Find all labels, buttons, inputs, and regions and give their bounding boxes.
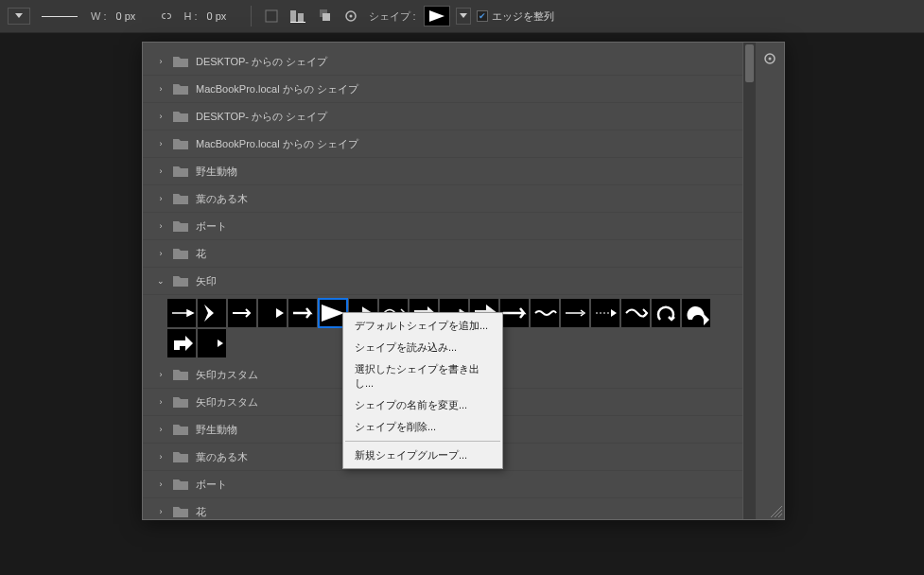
chevron-right-icon[interactable]: › (156, 57, 166, 66)
menu-separator (345, 441, 500, 442)
chevron-right-icon[interactable]: › (156, 84, 166, 94)
stroke-style-dropdown[interactable] (36, 8, 83, 25)
svg-point-7 (349, 15, 352, 18)
shape-thumbnail[interactable] (167, 329, 196, 357)
tree-folder-row[interactable]: ›DESKTOP- からの シェイプ (143, 103, 742, 131)
width-label: W : (91, 10, 107, 22)
menu-item[interactable]: シェイプを読み込み... (343, 337, 502, 358)
folder-label: ボート (196, 219, 227, 234)
arrow-shape-icon (199, 301, 225, 325)
shape-thumbnail[interactable] (198, 299, 226, 327)
height-label: H : (184, 10, 198, 22)
chevron-right-icon[interactable]: › (156, 397, 166, 407)
menu-item-new-group[interactable]: 新規シェイプグループ... (343, 444, 502, 466)
height-input[interactable] (205, 8, 241, 25)
arrow-shape-icon (592, 301, 619, 325)
align-edges-checkbox[interactable]: ✔ エッジを整列 (477, 9, 554, 24)
chevron-down-icon (460, 13, 467, 19)
options-toolbar: W : H : シェイプ : ✔ エッジを整列 (0, 0, 924, 33)
chevron-down-icon[interactable]: ⌄ (156, 276, 166, 286)
shape-thumbnail[interactable] (198, 329, 226, 357)
chevron-right-icon[interactable]: › (156, 370, 166, 379)
folder-label: 花 (196, 505, 206, 519)
shape-context-menu: デフォルトシェイプを追加...シェイプを読み込み...選択したシェイプを書き出し… (342, 312, 503, 469)
gear-icon[interactable] (340, 6, 361, 26)
arrow-shape-icon (168, 331, 195, 356)
scrollbar-thumb[interactable] (745, 44, 754, 82)
folder-label: DESKTOP- からの シェイプ (196, 110, 327, 124)
menu-item[interactable]: 選択したシェイプを書き出し... (343, 358, 502, 394)
arrow-shape-icon (683, 301, 709, 325)
arrow-shape-icon (199, 331, 225, 356)
tool-preset-dropdown[interactable] (8, 8, 30, 25)
shape-thumbnail[interactable] (591, 299, 619, 327)
menu-item[interactable]: シェイプを削除... (343, 416, 502, 438)
chevron-right-icon[interactable]: › (156, 194, 166, 203)
tree-folder-row[interactable]: ›ボート (143, 213, 742, 240)
tree-folder-row[interactable]: ›ボート (143, 471, 742, 498)
chevron-right-icon[interactable]: › (156, 479, 166, 489)
svg-rect-5 (323, 13, 330, 21)
fill-swatch[interactable] (261, 6, 282, 26)
resize-grip[interactable] (771, 506, 782, 517)
tree-folder-row[interactable]: ›花 (143, 498, 742, 519)
align-icon[interactable] (288, 6, 308, 26)
separator (251, 6, 252, 26)
arrange-icon[interactable] (314, 6, 335, 26)
shape-thumbnail[interactable] (167, 299, 196, 327)
shape-thumbnail[interactable] (258, 299, 287, 327)
shape-thumbnail[interactable] (561, 299, 589, 327)
tree-folder-row[interactable]: ›MacBookPro.local からの シェイプ (143, 131, 742, 158)
menu-item[interactable]: デフォルトシェイプを追加... (343, 315, 502, 337)
align-edges-label: エッジを整列 (492, 9, 554, 24)
shape-thumbnail[interactable] (621, 299, 650, 327)
arrow-shape-icon (259, 301, 286, 325)
shape-thumbnail[interactable] (652, 299, 680, 327)
folder-label: 野生動物 (196, 165, 237, 179)
folder-label: MacBookPro.local からの シェイプ (196, 137, 358, 151)
tree-folder-row[interactable]: ›野生動物 (143, 158, 742, 185)
chevron-right-icon[interactable]: › (156, 139, 166, 148)
folder-label: 花 (196, 247, 206, 261)
checkbox-checked-icon: ✔ (477, 10, 488, 22)
width-input[interactable] (114, 8, 150, 25)
arrow-play-icon (427, 9, 446, 24)
shape-thumbnail[interactable] (682, 299, 710, 327)
tree-folder-row[interactable]: ›DESKTOP- からの シェイプ (143, 48, 742, 76)
tree-folder-row[interactable]: ⌄矢印 (143, 268, 742, 295)
folder-icon (173, 424, 188, 435)
arrow-shape-icon (289, 301, 316, 325)
folder-label: 矢印 (196, 274, 217, 288)
svg-rect-2 (298, 13, 304, 22)
shape-dropdown-toggle[interactable] (456, 8, 471, 25)
folder-label: DESKTOP- からの シェイプ (196, 55, 327, 69)
chevron-right-icon[interactable]: › (156, 221, 166, 231)
tree-folder-row[interactable]: ›葉のある木 (143, 185, 742, 213)
folder-icon (173, 111, 188, 122)
shape-thumbnail[interactable] (228, 299, 256, 327)
folder-label: MacBookPro.local からの シェイプ (196, 82, 358, 96)
arrow-shape-icon (532, 301, 558, 325)
folder-label: ボート (196, 478, 227, 492)
folder-icon (173, 479, 188, 490)
shape-thumbnail[interactable] (500, 299, 529, 327)
folder-label: 葉のある木 (196, 192, 248, 206)
chevron-right-icon[interactable]: › (156, 249, 166, 258)
chevron-right-icon[interactable]: › (156, 166, 166, 176)
panel-menu-gear-icon[interactable] (759, 48, 780, 69)
menu-item[interactable]: シェイプの名前を変更... (343, 394, 502, 416)
arrow-shape-icon (501, 301, 528, 325)
shape-thumbnail[interactable] (531, 299, 559, 327)
scrollbar[interactable] (742, 43, 756, 519)
chevron-right-icon[interactable]: › (156, 452, 166, 462)
tree-folder-row[interactable]: ›MacBookPro.local からの シェイプ (143, 76, 742, 103)
chevron-right-icon[interactable]: › (156, 425, 166, 434)
shape-thumbnail[interactable] (288, 299, 317, 327)
chevron-right-icon[interactable]: › (156, 507, 166, 516)
chevron-right-icon[interactable]: › (156, 112, 166, 121)
link-wh-icon[interactable] (156, 6, 177, 26)
tree-folder-row[interactable]: ›花 (143, 240, 742, 268)
folder-icon (173, 506, 188, 517)
shape-preview-swatch[interactable] (424, 6, 450, 26)
folder-icon (173, 138, 188, 149)
